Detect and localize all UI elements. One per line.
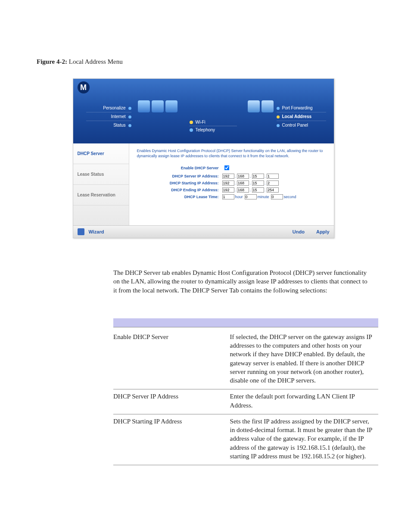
dhcp-description: Enables Dynamic Host Configuration Proto… (137, 149, 326, 159)
nav-personalize[interactable]: Personalize (86, 104, 131, 112)
figure-label: Figure 4-2: (37, 58, 67, 65)
side-lease-status[interactable]: Lease Status (73, 164, 129, 185)
server-ip-octet-4[interactable] (267, 174, 279, 179)
globe-icon (138, 100, 150, 112)
bullet-icon (190, 128, 193, 132)
signal-icon (152, 100, 164, 112)
setting-name: DHCP Starting IP Address (113, 414, 230, 465)
minute-unit: minute (257, 195, 271, 199)
tab-wifi[interactable]: Wi-Fi (190, 118, 237, 126)
lease-hour-input[interactable] (222, 194, 234, 199)
nav-right: Port Forwarding Local Address Control Pa… (277, 104, 326, 129)
start-ip-octet-1[interactable] (222, 180, 234, 186)
bullet-icon (190, 121, 193, 124)
nav-control-panel[interactable]: Control Panel (277, 121, 326, 129)
row-end-ip: DHCP Ending IP Address: . . . (137, 187, 326, 193)
enable-dhcp-checkbox[interactable] (224, 165, 229, 171)
tab-wifi-label: Wi-Fi (196, 120, 206, 124)
lease-second-input[interactable] (271, 194, 283, 199)
start-ip-octet-3[interactable] (252, 180, 264, 186)
motorola-logo-icon: M (78, 81, 90, 93)
bullet-icon (128, 115, 131, 118)
settings-table: Enable DHCP Server If selected, the DHCP… (113, 330, 378, 465)
bullet-icon (277, 124, 280, 127)
bullet-icon (128, 124, 131, 127)
row-enable-dhcp: Enable DHCP Server (137, 164, 326, 172)
setting-desc: Enter the default port forwarding LAN Cl… (230, 389, 378, 414)
start-ip-octet-2[interactable] (237, 180, 249, 186)
table-row: DHCP Server IP Address Enter the default… (113, 389, 378, 414)
server-ip-label: DHCP Server IP Address: (137, 174, 222, 178)
nav-internet-label: Internet (111, 114, 126, 119)
setting-name: Enable DHCP Server (113, 330, 230, 389)
lease-minute-input[interactable] (245, 194, 257, 199)
side-lease-reservation[interactable]: Lease Reservation (73, 185, 129, 205)
server-ip-octet-2[interactable] (237, 174, 249, 179)
bullet-icon (277, 115, 280, 118)
nav-port-forwarding-label: Port Forwarding (282, 106, 313, 110)
end-ip-octet-2[interactable] (237, 187, 249, 193)
setting-name: DHCP Server IP Address (113, 389, 230, 414)
table-row: DHCP Starting IP Address Sets the first … (113, 414, 378, 465)
bullet-icon (128, 107, 131, 110)
end-ip-octet-3[interactable] (252, 187, 264, 193)
nav-internet[interactable]: Internet (86, 112, 131, 121)
lease-time-label: DHCP Lease Time: (137, 195, 222, 199)
end-ip-label: DHCP Ending IP Address: (137, 188, 222, 192)
end-ip-octet-4[interactable] (267, 187, 279, 193)
router-header: M Personalize Internet Status Wi-Fi Tele… (73, 79, 334, 143)
end-ip-octet-1[interactable] (222, 187, 234, 193)
start-ip-label: DHCP Starting IP Address: (137, 181, 222, 185)
settings-table-wrap: Enable DHCP Server If selected, the DHCP… (113, 318, 378, 465)
server-ip-octet-1[interactable] (222, 174, 234, 179)
second-unit: second (283, 195, 298, 199)
table-row: Enable DHCP Server If selected, the DHCP… (113, 330, 378, 389)
nav-control-panel-label: Control Panel (282, 123, 308, 128)
wizard-icon[interactable] (78, 228, 84, 235)
side-tabs: DHCP Server Lease Status Lease Reservati… (73, 143, 129, 225)
network-icon (262, 100, 274, 112)
figure-caption: Figure 4-2: Local Address Menu (37, 58, 370, 65)
router-footer: Wizard Undo Apply (73, 225, 334, 238)
dhcp-paragraph: The DHCP Server tab enables Dynamic Host… (113, 268, 370, 295)
nav-left: Personalize Internet Status (86, 104, 131, 129)
row-start-ip: DHCP Starting IP Address: . . . (137, 180, 326, 186)
pc-icon (165, 100, 177, 112)
nav-local-address-label: Local Address (282, 114, 312, 119)
apply-button[interactable]: Apply (316, 229, 330, 234)
hour-unit: hour (234, 195, 245, 199)
tab-telephony[interactable]: Telephony (190, 126, 237, 134)
row-lease-time: DHCP Lease Time: hour minute second (137, 194, 326, 199)
router-body: DHCP Server Lease Status Lease Reservati… (73, 143, 334, 225)
center-tabs: Wi-Fi Telephony (190, 118, 237, 134)
bullet-icon (277, 107, 280, 110)
server-ip-octet-3[interactable] (252, 174, 264, 179)
setting-desc: If selected, the DHCP server on the gate… (230, 330, 378, 389)
tab-telephony-label: Telephony (196, 128, 215, 132)
undo-button[interactable]: Undo (293, 229, 305, 234)
nav-local-address[interactable]: Local Address (277, 112, 326, 121)
wizard-button[interactable]: Wizard (89, 229, 104, 234)
row-server-ip: DHCP Server IP Address: . . . (137, 174, 326, 179)
enable-dhcp-label: Enable DHCP Server (137, 166, 222, 170)
monitor-icon (248, 100, 260, 112)
right-icons (248, 100, 274, 112)
nav-personalize-label: Personalize (103, 106, 125, 110)
nav-port-forwarding[interactable]: Port Forwarding (277, 104, 326, 112)
center-icons (138, 100, 177, 112)
side-dhcp-server[interactable]: DHCP Server (73, 143, 129, 164)
dhcp-panel: Enables Dynamic Host Configuration Proto… (129, 143, 334, 225)
settings-table-header-bar (113, 318, 378, 327)
start-ip-octet-4[interactable] (267, 180, 279, 186)
setting-desc: Sets the first IP address assigned by th… (230, 414, 378, 465)
nav-status[interactable]: Status (86, 121, 131, 129)
figure-title: Local Address Menu (69, 58, 123, 65)
nav-status-label: Status (113, 123, 125, 128)
router-screenshot: M Personalize Internet Status Wi-Fi Tele… (73, 78, 334, 238)
